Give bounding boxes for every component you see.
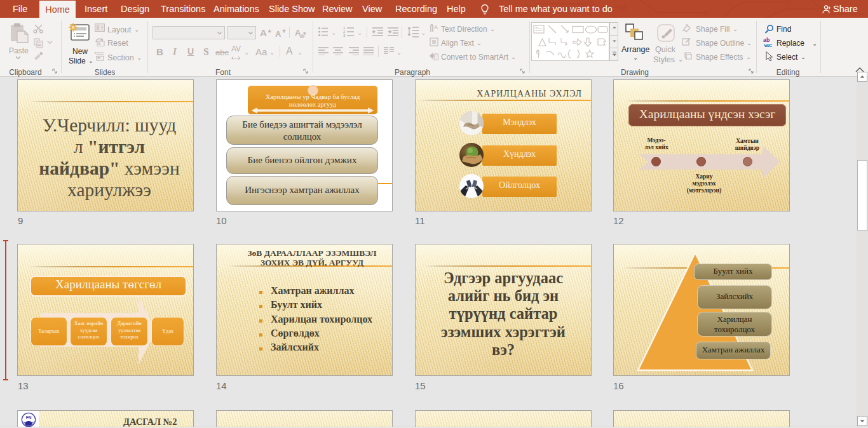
svg-text:3: 3 — [343, 34, 346, 37]
svg-text:ac: ac — [766, 42, 772, 48]
svg-text:A: A — [434, 24, 438, 30]
svg-text:FN: FN — [26, 415, 32, 420]
